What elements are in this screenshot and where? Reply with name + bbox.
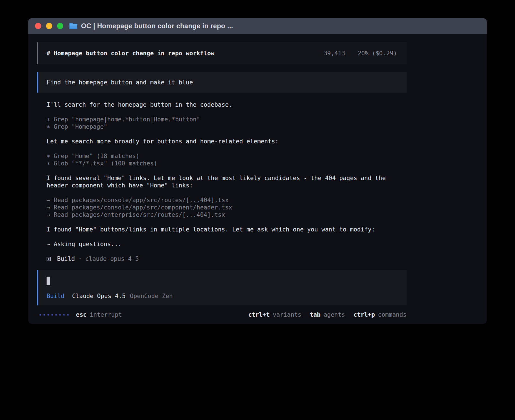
- agent-name: Build: [57, 255, 75, 262]
- read-call-group: → Read packages/console/app/src/routes/[…: [47, 196, 407, 218]
- agent-model: claude-opus-4-5: [85, 255, 139, 262]
- token-count: 39,413: [324, 50, 345, 57]
- titlebar: OC | Homepage button color change in rep…: [28, 18, 487, 34]
- session-meta: 39,413 20% ($0.29): [324, 50, 397, 57]
- session-title: # Homepage button color change in repo w…: [47, 50, 214, 57]
- user-message-text: Find the homepage button and make it blu…: [47, 79, 193, 86]
- shortcut-label: variants: [273, 311, 301, 318]
- status-bar: esc interrupt ctrl+t variants tab agents: [37, 311, 407, 318]
- assistant-text: I'll search for the homepage button in t…: [47, 101, 407, 108]
- shortcut-label: agents: [324, 311, 345, 318]
- desktop: OC | Homepage button color change in rep…: [0, 0, 515, 420]
- tool-call-line: ∗ Grep "homepage|home.*button|Home.*butt…: [47, 116, 407, 123]
- spinner-icon: [40, 314, 69, 316]
- tool-call-line: ∗ Grep "Home" (18 matches): [47, 152, 407, 160]
- agent-badge: Build · claude-opus-4-5: [47, 255, 407, 262]
- user-message: Find the homepage button and make it blu…: [37, 72, 407, 93]
- input-meta: Build Claude Opus 4.5 OpenCode Zen: [47, 292, 398, 300]
- tool-call-line: ∗ Grep "Homepage": [47, 123, 407, 130]
- text-cursor: [47, 277, 50, 285]
- agent-separator: ·: [78, 255, 82, 262]
- zoom-button[interactable]: [57, 23, 63, 29]
- prompt-input[interactable]: Build Claude Opus 4.5 OpenCode Zen: [37, 270, 407, 305]
- assistant-text: I found several "Home" links. Let me loo…: [47, 174, 401, 189]
- assistant-text: I found "Home" buttons/links in multiple…: [47, 226, 401, 233]
- tool-call-group: ∗ Grep "Home" (18 matches) ∗ Glob "**/*.…: [47, 152, 407, 167]
- esc-key: esc: [76, 311, 87, 318]
- terminal-body: # Homepage button color change in repo w…: [28, 34, 487, 318]
- shortcut-key: ctrl+p: [353, 311, 375, 318]
- status-line: ~ Asking questions...: [47, 240, 407, 248]
- read-call-line: → Read packages/console/app/src/componen…: [47, 204, 407, 211]
- agent-box-icon: [47, 257, 51, 261]
- provider-label: OpenCode Zen: [130, 292, 173, 300]
- mode-label: Build: [47, 292, 64, 300]
- terminal-window: OC | Homepage button color change in rep…: [28, 18, 487, 324]
- shortcut-key: tab: [310, 311, 320, 318]
- read-call-line: → Read packages/enterprise/src/routes/[.…: [47, 211, 407, 218]
- context-usage: 20% ($0.29): [358, 50, 397, 57]
- shortcut-commands: ctrl+p commands: [353, 311, 407, 318]
- shortcut-agents: tab agents: [310, 311, 345, 318]
- shortcut-key: ctrl+t: [248, 311, 270, 318]
- shortcut-variants: ctrl+t variants: [248, 311, 301, 318]
- assistant-transcript: I'll search for the homepage button in t…: [37, 101, 407, 262]
- tool-call-group: ∗ Grep "homepage|home.*button|Home.*butt…: [47, 116, 407, 130]
- folder-icon: [69, 23, 77, 29]
- shortcut-label: commands: [378, 311, 407, 318]
- assistant-text: Let me search more broadly for buttons a…: [47, 138, 407, 145]
- minimize-button[interactable]: [46, 23, 52, 29]
- close-button[interactable]: [35, 23, 41, 29]
- session-header: # Homepage button color change in repo w…: [37, 42, 407, 64]
- tool-call-line: ∗ Glob "**/*.tsx" (100 matches): [47, 160, 407, 167]
- traffic-lights: [35, 23, 63, 29]
- esc-hint: interrupt: [90, 311, 122, 318]
- window-title: OC | Homepage button color change in rep…: [81, 22, 233, 30]
- model-label: Claude Opus 4.5: [72, 292, 126, 300]
- read-call-line: → Read packages/console/app/src/routes/[…: [47, 196, 407, 204]
